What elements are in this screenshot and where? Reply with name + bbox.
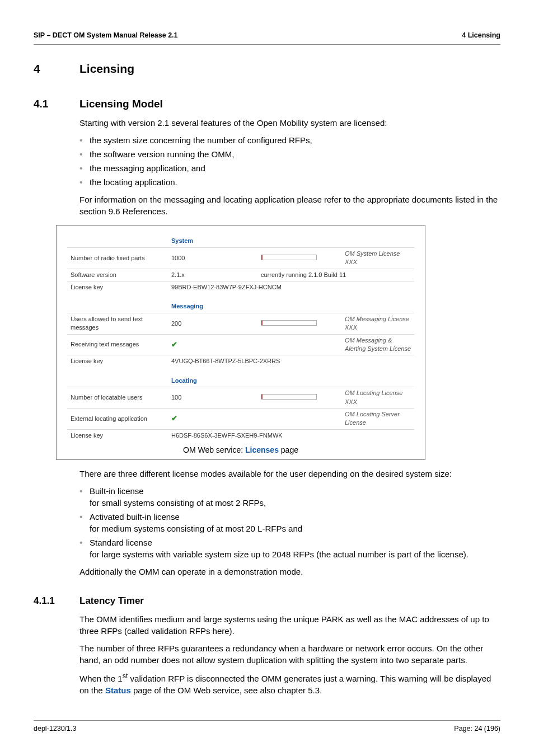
table-section-header: System [67,231,414,247]
paragraph: Additionally the OMM can operate in a de… [79,566,500,577]
text-fragment: page of the OM Web service, see also cha… [131,685,322,695]
paragraph: The number of three RFPs guarantees a re… [79,642,500,666]
row-right: OM Locating License XXX [341,387,414,408]
section-heading: 4 Licensing [34,60,500,77]
list-item-body: for large systems with variable system s… [90,550,469,559]
section-title-text: Licensing [79,60,134,77]
paragraph: Starting with version 2.1 several featur… [79,117,500,129]
row-mid: currently running 2.1.0 Build 11 [257,269,414,281]
row-right: OM Locating Server License [341,408,414,429]
list-item-head: Standard license [90,538,152,547]
section-name: Messaging [168,297,257,313]
row-label: Number of locatable users [67,387,168,408]
row-right: OM Messaging License XXX [341,313,414,334]
row-value: 99BRD-EBW12-83W7P-9ZFXJ-HCNCM [168,281,414,294]
superscript: st [123,672,128,680]
subsubsection-number: 4.1.1 [34,594,79,608]
page-footer: depl-1230/1.3 Page: 24 (196) [34,720,500,734]
list-item-body: for medium systems consisting of at most… [90,524,302,533]
license-table: SystemNumber of radio fixed parts1000OM … [67,231,414,442]
list-item: the messaging application, and [79,162,500,174]
bullet-list: Built-in license for small systems consi… [79,485,500,560]
row-label: License key [67,281,168,294]
list-item: the software version running the OMM, [79,148,500,160]
caption-prefix: OM Web service: [183,445,245,454]
text-fragment: When the 1 [79,674,123,683]
page-header: SIP – DECT OM System Manual Release 2.1 … [34,31,500,45]
progress-bar [261,320,317,326]
table-section-header: Locating [67,371,414,387]
table-section-header: Messaging [67,297,414,313]
list-item-body: for small systems consisting of at most … [90,498,266,508]
header-left: SIP – DECT OM System Manual Release 2.1 [34,31,178,41]
list-item: the locating application. [79,176,500,188]
subsection-heading: 4.1 Licensing Model [34,97,500,112]
row-label: License key [67,355,168,368]
row-label: External locating application [67,408,168,429]
status-link: Status [105,685,131,695]
table-row: Number of locatable users100OM Locating … [67,387,414,408]
subsection-number: 4.1 [34,97,79,112]
paragraph: The OMM identifies medium and large syst… [79,613,500,637]
row-value: 2.1.x [168,269,257,281]
row-value: H6DSF-86S6X-3EWFF-SXEH9-FNMWK [168,429,414,442]
header-right: 4 Licensing [462,31,500,41]
row-label: Software version [67,269,168,281]
check-icon: ✔ [171,414,177,422]
list-item: Activated built-in license for medium sy… [79,511,500,534]
table-row: License key4VUGQ-BT66T-8WTPZ-5LBPC-2XRRS [67,355,414,368]
row-label: Users allowed to send text messages [67,313,168,334]
table-row: Users allowed to send text messages200OM… [67,313,414,334]
subsubsection-heading: 4.1.1 Latency Timer [34,594,500,608]
footer-right: Page: 24 (196) [454,724,500,734]
footer-left: depl-1230/1.3 [34,724,76,734]
figure-licenses-page: SystemNumber of radio fixed parts1000OM … [56,225,425,459]
row-value: 4VUGQ-BT66T-8WTPZ-5LBPC-2XRRS [168,355,414,368]
caption-suffix: page [279,445,298,454]
row-right: OM System License XXX [341,247,414,269]
paragraph: There are three different license modes … [79,468,500,480]
section-number: 4 [34,60,79,77]
row-label: Receiving text messages [67,334,168,355]
subsection-title-text: Licensing Model [79,97,163,112]
list-item: Built-in license for small systems consi… [79,485,500,509]
paragraph: When the 1st validation RFP is disconnec… [79,672,500,696]
progress-bar [261,255,317,260]
section-name: System [168,231,257,247]
row-label: License key [67,429,168,442]
caption-link: Licenses [245,445,279,454]
row-value: 100 [168,387,257,408]
list-item: Standard license for large systems with … [79,537,500,560]
list-item-head: Built-in license [90,486,144,496]
list-item: the system size concerning the number of… [79,134,500,146]
row-value: 200 [168,313,257,334]
table-row: License key99BRD-EBW12-83W7P-9ZFXJ-HCNCM [67,281,414,294]
figure-caption: OM Web service: Licenses page [62,445,419,456]
table-row: Number of radio fixed parts1000OM System… [67,247,414,269]
row-label: Number of radio fixed parts [67,247,168,269]
row-right: OM Messaging & Alerting System License [341,334,414,355]
table-row: Receiving text messages✔OM Messaging & A… [67,334,414,355]
section-name: Locating [168,371,257,387]
list-item-head: Activated built-in license [90,512,180,522]
bullet-list: the system size concerning the number of… [79,134,500,188]
check-icon: ✔ [171,340,177,349]
row-value: 1000 [168,247,257,269]
table-row: External locating application✔OM Locatin… [67,408,414,429]
table-row: Software version2.1.xcurrently running 2… [67,269,414,281]
subsubsection-title-text: Latency Timer [79,594,144,608]
progress-bar [261,394,317,400]
table-row: License keyH6DSF-86S6X-3EWFF-SXEH9-FNMWK [67,429,414,442]
paragraph: For information on the messaging and loc… [79,194,500,217]
